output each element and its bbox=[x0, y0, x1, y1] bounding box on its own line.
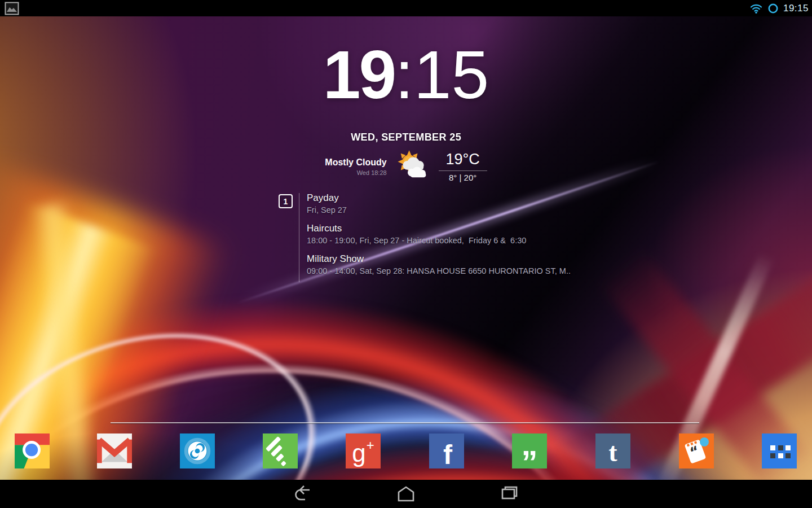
event-title: Military Show bbox=[307, 253, 571, 265]
google-plus-g-glyph: g bbox=[352, 439, 365, 467]
dock-icon-google-plus[interactable]: g + bbox=[346, 433, 381, 468]
calendar-event[interactable]: Military Show 09:00 - 14:00, Sat, Sep 28… bbox=[307, 253, 571, 277]
calendar-event[interactable]: Payday Fri, Sep 27 bbox=[307, 192, 571, 216]
facebook-f-glyph: f bbox=[443, 439, 452, 470]
dock-icon-hangouts[interactable]: ” bbox=[512, 433, 547, 468]
weather-temperature: 19°C bbox=[439, 151, 487, 168]
weather-updated: Wed 18:28 bbox=[325, 169, 386, 176]
dock-icon-facebook[interactable]: f bbox=[429, 433, 464, 468]
weather-condition: Mostly Cloudy bbox=[325, 157, 386, 168]
event-details: 18:00 - 19:00, Fri, Sep 27 - Haircut boo… bbox=[307, 235, 571, 246]
screenshot-image-icon bbox=[5, 2, 19, 15]
dock-icon-notes[interactable]: “ bbox=[679, 433, 714, 468]
clock-hours: 19 bbox=[323, 37, 395, 112]
dock-icon-chrome[interactable] bbox=[15, 433, 50, 468]
recents-icon bbox=[499, 484, 519, 504]
clock-widget[interactable]: 19:15 bbox=[0, 41, 812, 108]
status-bar[interactable]: 19:15 bbox=[0, 0, 812, 16]
back-icon bbox=[293, 484, 313, 504]
gmail-icon bbox=[97, 433, 132, 468]
calendar-icon: 1 bbox=[279, 194, 293, 208]
app-drawer-grid bbox=[770, 445, 791, 458]
back-button[interactable] bbox=[293, 484, 313, 504]
event-title: Haircuts bbox=[307, 222, 571, 234]
browser-swirl-icon bbox=[180, 433, 215, 468]
sun-behind-clouds-icon bbox=[394, 147, 432, 186]
date-label: WED, SEPTEMBER 25 bbox=[0, 131, 812, 143]
calendar-event[interactable]: Haircuts 18:00 - 19:00, Fri, Sep 27 - Ha… bbox=[307, 222, 571, 246]
clock-minutes: :15 bbox=[395, 37, 489, 112]
hangouts-quotes-glyph: ” bbox=[522, 443, 538, 481]
navigation-bar bbox=[0, 480, 812, 508]
dock-divider bbox=[111, 422, 699, 423]
weather-widget[interactable]: Mostly Cloudy Wed 18:28 19°C bbox=[0, 147, 812, 186]
event-details: 09:00 - 14:00, Sat, Sep 28: HANSA HOUSE … bbox=[307, 265, 571, 277]
weather-low-high: 8° | 20° bbox=[439, 173, 487, 182]
battery-circle-icon bbox=[767, 3, 779, 14]
home-button[interactable] bbox=[396, 484, 416, 504]
chrome-icon bbox=[15, 433, 50, 468]
notes-quote-glyph: “ bbox=[688, 443, 701, 461]
weather-divider bbox=[439, 170, 487, 171]
recents-button[interactable] bbox=[499, 484, 519, 504]
home-icon bbox=[396, 484, 416, 504]
wifi-icon bbox=[749, 3, 763, 14]
dock-icon-app-drawer[interactable] bbox=[762, 433, 797, 468]
dock-icon-gmail[interactable] bbox=[97, 433, 132, 468]
notes-blue-dot bbox=[700, 437, 709, 446]
status-bar-clock: 19:15 bbox=[783, 3, 809, 14]
calendar-widget[interactable]: 1 Payday Fri, Sep 27 Haircuts 18:00 - 19… bbox=[279, 192, 662, 283]
tumblr-t-glyph: t bbox=[608, 437, 617, 467]
dock-icon-tumblr[interactable]: t bbox=[595, 433, 630, 468]
event-details: Fri, Sep 27 bbox=[307, 204, 571, 216]
dock-icon-browser-swirl[interactable] bbox=[180, 433, 215, 468]
android-home-screen: 19:15 19:15 WED, SEPTEMBER 25 Mostly Clo… bbox=[0, 0, 812, 508]
google-plus-plus-glyph: + bbox=[367, 437, 374, 453]
event-title: Payday bbox=[307, 192, 571, 204]
calendar-divider bbox=[299, 193, 299, 282]
feedly-icon bbox=[263, 433, 298, 468]
dock-icon-feedly[interactable] bbox=[263, 433, 298, 468]
